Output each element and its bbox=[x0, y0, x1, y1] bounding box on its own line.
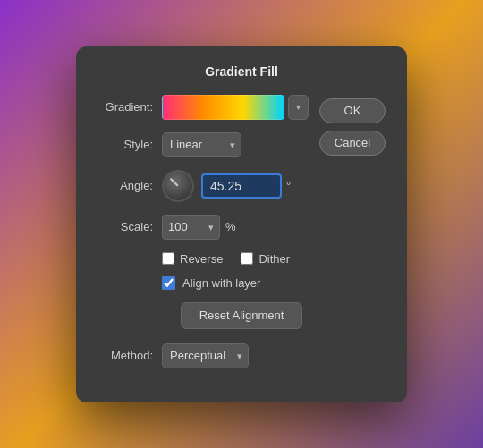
gradient-preview[interactable] bbox=[162, 95, 284, 120]
style-select[interactable]: Linear Radial Angle Reflected Diamond bbox=[162, 132, 242, 157]
percent-label: % bbox=[225, 220, 236, 233]
scale-label: Scale: bbox=[97, 220, 153, 233]
method-select-wrapper: Perceptual Linear Classic bbox=[162, 343, 249, 368]
dialog-title: Gradient Fill bbox=[97, 64, 386, 79]
angle-input[interactable] bbox=[201, 173, 282, 199]
degree-symbol: ° bbox=[286, 179, 291, 192]
gradient-label: Gradient: bbox=[97, 100, 153, 114]
angle-row: Angle: ° bbox=[97, 170, 309, 202]
chevron-down-icon: ▾ bbox=[296, 102, 301, 112]
method-row: Method: Perceptual Linear Classic bbox=[97, 343, 386, 368]
ok-button[interactable]: OK bbox=[319, 98, 386, 123]
align-with-layer-checkbox[interactable] bbox=[162, 276, 175, 290]
dither-checkbox[interactable] bbox=[241, 252, 253, 265]
options-checkbox-row: Reverse Dither bbox=[97, 252, 386, 266]
reverse-checkbox[interactable] bbox=[162, 252, 174, 265]
gradient-dropdown-button[interactable]: ▾ bbox=[288, 95, 309, 120]
dither-checkbox-item[interactable]: Dither bbox=[241, 252, 290, 266]
angle-dial[interactable] bbox=[162, 170, 194, 202]
angle-label: Angle: bbox=[97, 179, 153, 192]
reset-alignment-button[interactable]: Reset Alignment bbox=[181, 302, 303, 329]
reverse-checkbox-item[interactable]: Reverse bbox=[162, 252, 223, 266]
method-label: Method: bbox=[97, 349, 153, 362]
gradient-fill-dialog: Gradient Fill Gradient: ▾ Style: Linear … bbox=[76, 46, 407, 402]
cancel-button[interactable]: Cancel bbox=[319, 131, 386, 156]
scale-row: Scale: 100 50 75 150 % bbox=[97, 215, 309, 240]
action-buttons-group: OK Cancel bbox=[319, 98, 386, 156]
style-row: Style: Linear Radial Angle Reflected Dia… bbox=[97, 132, 309, 157]
gradient-row: Gradient: ▾ bbox=[97, 95, 309, 120]
align-with-layer-label: Align with layer bbox=[182, 276, 260, 290]
scale-select-wrapper: 100 50 75 150 bbox=[162, 215, 220, 240]
reverse-label: Reverse bbox=[180, 252, 223, 266]
dither-label: Dither bbox=[258, 252, 290, 266]
align-with-layer-row: Align with layer bbox=[97, 276, 386, 290]
dial-indicator bbox=[170, 177, 179, 186]
style-select-wrapper: Linear Radial Angle Reflected Diamond bbox=[162, 132, 242, 157]
style-label: Style: bbox=[97, 138, 153, 151]
method-select[interactable]: Perceptual Linear Classic bbox=[162, 343, 249, 368]
scale-select[interactable]: 100 50 75 150 bbox=[162, 215, 220, 240]
